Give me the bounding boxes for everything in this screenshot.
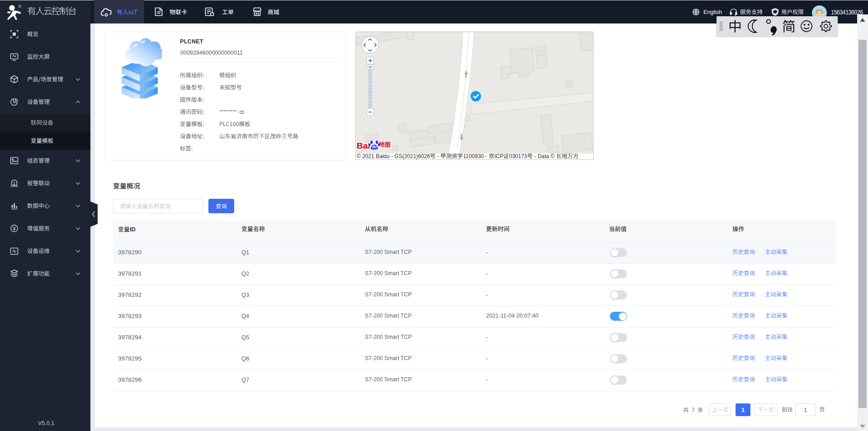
svg-text:R: R xyxy=(19,5,21,8)
svg-text:du: du xyxy=(372,145,377,149)
